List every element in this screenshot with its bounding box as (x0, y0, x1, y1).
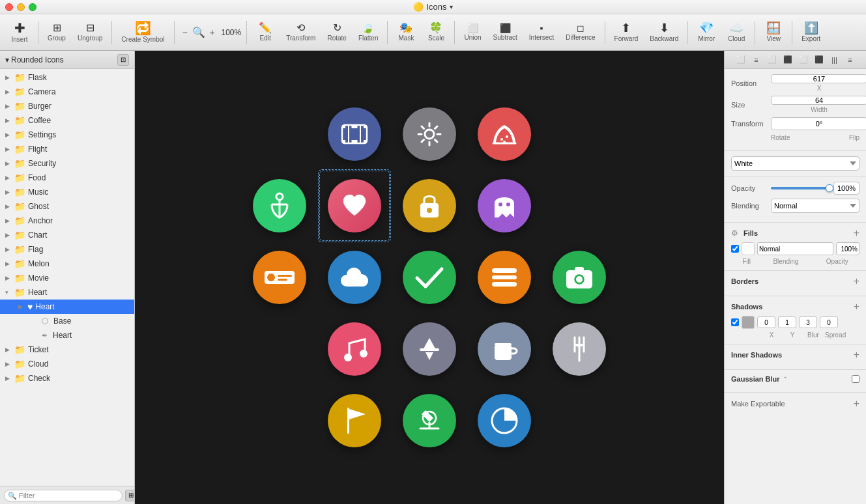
icon-cell[interactable] (397, 388, 462, 453)
sidebar-item-heart-selected[interactable]: ▶♥Heart (0, 300, 134, 314)
sidebar-icon-btn[interactable]: ⊞ (125, 490, 135, 501)
sidebar-item-ticket[interactable]: ▶📁Ticket (0, 343, 134, 357)
export-button[interactable]: ⬆️ Export (796, 20, 826, 45)
align-bottom-button[interactable]: ⬛ (812, 53, 826, 66)
icon-cell[interactable] (322, 316, 387, 382)
fills-checkbox[interactable] (731, 245, 739, 253)
sidebar-item-anchor[interactable]: ▶📁Anchor (0, 214, 134, 228)
shadow-y-input[interactable] (778, 316, 796, 328)
mask-button[interactable]: 🎭 Mask (392, 20, 420, 44)
maximize-button[interactable] (29, 3, 36, 11)
shadow-blur-input[interactable] (799, 316, 817, 328)
sidebar-item-check[interactable]: ▶📁Check (0, 371, 134, 385)
icon-cell[interactable] (322, 102, 387, 167)
sidebar-item-flight[interactable]: ▶📁Flight (0, 142, 134, 156)
intersect-button[interactable]: ▪ Intersect (524, 21, 559, 44)
sidebar-item-flask[interactable]: ▶📁Flask (0, 70, 134, 85)
subtract-button[interactable]: ⬛ Subtract (488, 21, 523, 44)
sidebar-item-flag[interactable]: ▶📁Flag (0, 242, 134, 257)
sidebar-item-security[interactable]: ▶📁Security (0, 156, 134, 171)
shadow-spread-input[interactable] (820, 316, 838, 328)
sidebar-collapse-button[interactable]: ⊡ (117, 54, 129, 66)
distribute-v-button[interactable]: ≡ (843, 53, 858, 66)
icon-cell[interactable] (547, 316, 612, 382)
icon-cell[interactable] (472, 245, 537, 310)
sidebar-item-camera[interactable]: ▶📁Camera (0, 85, 134, 99)
icon-cell[interactable] (397, 316, 462, 382)
fills-add-button[interactable]: + (854, 228, 859, 238)
shadows-add-button[interactable]: + (854, 301, 859, 312)
mirror-button[interactable]: 💎 Mirror (692, 20, 721, 45)
sidebar-item-melon[interactable]: ▶📁Melon (0, 257, 134, 271)
zoom-out-button[interactable]: − (179, 26, 192, 39)
opacity-slider[interactable] (771, 187, 830, 189)
fill-opacity-input[interactable] (836, 242, 859, 255)
shadow-color-swatch[interactable] (742, 316, 755, 329)
sidebar-item-coffee[interactable]: ▶📁Coffee (0, 113, 134, 128)
forward-button[interactable]: ⬆ Forward (609, 20, 644, 45)
sidebar-item-cloud[interactable]: ▶📁Cloud (0, 357, 134, 371)
align-left-button[interactable]: ⬜ (734, 53, 748, 66)
sidebar-item-chart[interactable]: ▶📁Chart (0, 228, 134, 242)
inner-shadows-add-button[interactable]: + (854, 350, 859, 360)
zoom-fit-button[interactable]: 🔍 (192, 26, 205, 39)
opacity-thumb[interactable] (826, 184, 833, 192)
shadow-checkbox[interactable] (731, 318, 739, 326)
borders-add-button[interactable]: + (854, 276, 859, 287)
backward-button[interactable]: ⬇ Backward (644, 20, 684, 45)
canvas-area[interactable] (135, 51, 724, 504)
icon-cell[interactable] (472, 102, 537, 167)
distribute-h-button[interactable]: ||| (828, 53, 842, 66)
blending-select[interactable]: Normal (771, 199, 859, 213)
gaussian-blur-expand-icon[interactable]: ⌃ (783, 376, 788, 383)
transform-rotate-input[interactable] (771, 117, 866, 130)
view-button[interactable]: 🪟 View (759, 20, 788, 45)
align-middle-button[interactable]: ⬜ (796, 53, 811, 66)
scale-button[interactable]: 🍀 Scale (422, 20, 450, 44)
rotate-button[interactable]: ↻ Rotate (322, 20, 351, 44)
opacity-input[interactable] (833, 182, 859, 195)
group-button[interactable]: ⊞ Group (42, 20, 71, 44)
sidebar-item-heart-group[interactable]: ▾📁Heart (0, 285, 134, 300)
icon-cell[interactable] (322, 388, 387, 453)
icon-cell[interactable] (547, 245, 612, 310)
minimize-button[interactable] (17, 3, 25, 11)
edit-button[interactable]: ✏️ Edit (251, 20, 280, 44)
icon-cell[interactable] (397, 173, 462, 238)
transform-button[interactable]: ⟲ Transform (281, 20, 321, 44)
fill-color-swatch[interactable] (742, 242, 755, 255)
gaussian-blur-checkbox[interactable] (852, 375, 859, 383)
ungroup-button[interactable]: ⊟ Ungroup (72, 20, 108, 44)
sidebar-item-settings[interactable]: ▶📁Settings (0, 128, 134, 142)
color-select[interactable]: White (731, 156, 859, 171)
icon-cell[interactable] (472, 388, 537, 453)
sidebar-item-heart-heart[interactable]: ✒Heart (0, 328, 134, 343)
cloud-button[interactable]: ☁️ Cloud (722, 20, 751, 45)
zoom-in-button[interactable]: + (206, 26, 219, 39)
icon-cell[interactable] (247, 173, 312, 238)
icon-cell[interactable] (397, 245, 462, 310)
close-button[interactable] (5, 3, 13, 11)
icon-cell[interactable] (397, 102, 462, 167)
shadow-x-input[interactable] (757, 316, 775, 328)
sidebar-item-heart-base[interactable]: Base (0, 314, 134, 328)
insert-button[interactable]: ✚ Insert (5, 19, 34, 46)
sidebar-item-food[interactable]: ▶📁Food (0, 171, 134, 185)
align-top-button[interactable]: ⬛ (781, 53, 795, 66)
filter-input[interactable] (4, 490, 123, 501)
size-width-input[interactable] (771, 96, 866, 105)
sidebar-item-ghost[interactable]: ▶📁Ghost (0, 199, 134, 214)
sidebar-item-burger[interactable]: ▶📁Burger (0, 99, 134, 113)
fill-blending-select[interactable]: Normal (757, 242, 833, 255)
sidebar-header-title[interactable]: ▾ Rounded Icons (5, 55, 64, 64)
make-exportable-add-button[interactable]: + (854, 398, 859, 410)
union-button[interactable]: ⬜ Union (459, 21, 486, 44)
icon-cell[interactable] (322, 245, 387, 310)
sidebar-header[interactable]: ▾ Rounded Icons ⊡ (0, 51, 134, 69)
align-right-button[interactable]: ⬜ (765, 53, 779, 66)
position-x-input[interactable] (771, 74, 866, 83)
difference-button[interactable]: ◻ Difference (560, 21, 600, 44)
create-symbol-button[interactable]: 🔁 Create Symbol (116, 19, 169, 46)
fills-gear-icon[interactable]: ⚙ (731, 229, 738, 238)
sidebar-item-movie[interactable]: ▶📁Movie (0, 271, 134, 285)
